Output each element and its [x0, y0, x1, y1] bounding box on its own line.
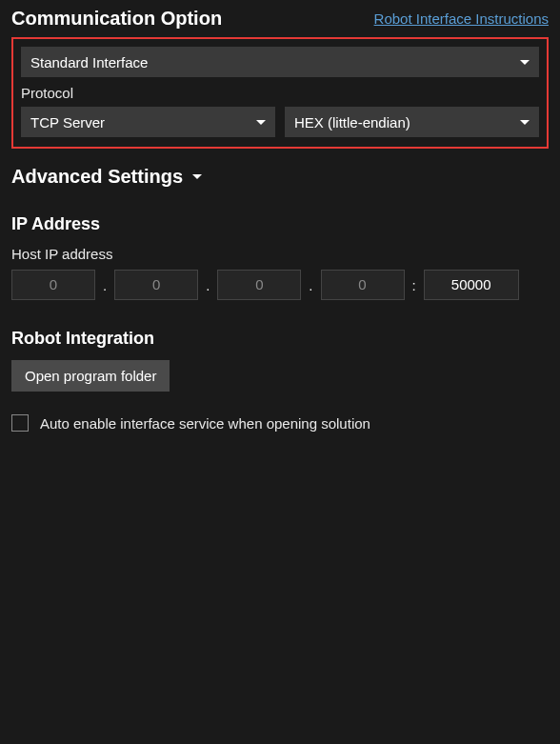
ip-address-heading: IP Address [11, 214, 549, 234]
robot-interface-instructions-link[interactable]: Robot Interface Instructions [374, 10, 549, 27]
auto-enable-checkbox-row[interactable]: Auto enable interface service when openi… [11, 414, 549, 432]
ip-octet-3[interactable]: 0 [217, 270, 301, 300]
encoding-select[interactable]: HEX (little-endian) [285, 107, 539, 137]
robot-integration-section: Robot Integration Open program folder Au… [11, 329, 549, 432]
communication-option-group: Standard Interface Protocol TCP Server H… [11, 37, 549, 149]
ip-colon: : [409, 277, 420, 293]
page-title: Communication Option [11, 8, 222, 30]
protocol-select-value: TCP Server [30, 114, 105, 131]
ip-octet-4[interactable]: 0 [321, 270, 405, 300]
ip-octet-2[interactable]: 0 [114, 270, 198, 300]
chevron-down-icon [520, 60, 530, 65]
robot-integration-heading: Robot Integration [11, 329, 549, 349]
advanced-settings-title: Advanced Settings [11, 166, 183, 188]
advanced-settings-toggle[interactable]: Advanced Settings [11, 166, 549, 188]
ip-octet-1[interactable]: 0 [11, 270, 95, 300]
open-program-folder-button[interactable]: Open program folder [11, 360, 170, 392]
ip-address-section: IP Address Host IP address 0 . 0 . 0 . 0… [11, 214, 549, 300]
interface-select[interactable]: Standard Interface [21, 47, 539, 77]
chevron-down-icon [520, 120, 530, 125]
protocol-row: TCP Server HEX (little-endian) [21, 107, 539, 137]
ip-dot-3: . [305, 277, 316, 293]
encoding-select-value: HEX (little-endian) [294, 114, 410, 131]
interface-select-value: Standard Interface [30, 54, 148, 70]
host-ip-label: Host IP address [11, 246, 549, 262]
ip-dot-1: . [99, 277, 110, 293]
protocol-select[interactable]: TCP Server [21, 107, 275, 137]
header-row: Communication Option Robot Interface Ins… [11, 8, 549, 30]
chevron-down-icon [192, 174, 202, 179]
auto-enable-label: Auto enable interface service when openi… [40, 415, 370, 432]
chevron-down-icon [256, 120, 266, 125]
ip-dot-2: . [202, 277, 213, 293]
port-input[interactable]: 50000 [424, 270, 519, 300]
protocol-label: Protocol [21, 85, 539, 101]
auto-enable-checkbox[interactable] [11, 414, 29, 432]
ip-input-row: 0 . 0 . 0 . 0 : 50000 [11, 270, 549, 300]
